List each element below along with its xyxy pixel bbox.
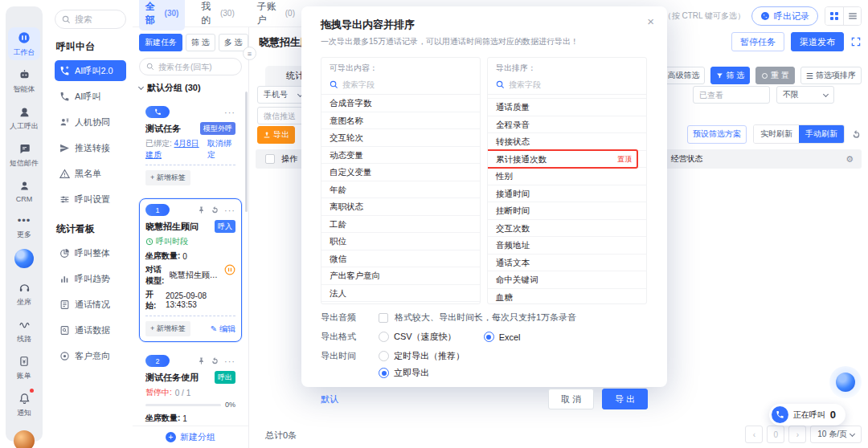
field-item[interactable]: 产出客户意向 bbox=[321, 267, 480, 285]
reset-button[interactable]: 重 置 bbox=[755, 67, 795, 84]
page-size-select[interactable]: 10 条/页 bbox=[810, 426, 862, 443]
column-business-status[interactable]: 经营状态 bbox=[671, 153, 703, 165]
sidebar-item-blacklist[interactable]: 黑名单 bbox=[55, 163, 126, 184]
collapse-panel-handle[interactable]: ≡ bbox=[243, 47, 256, 60]
rail-item-crm[interactable]: CRM bbox=[8, 177, 40, 203]
wechat-push-input-field[interactable] bbox=[264, 112, 302, 120]
sidebar-item-call-status[interactable]: 通话情况 bbox=[55, 294, 126, 315]
scrollbar[interactable] bbox=[245, 92, 248, 212]
default-link[interactable]: 默认 bbox=[321, 393, 338, 405]
rail-item-more[interactable]: ••• 更多 bbox=[8, 212, 40, 240]
field-item[interactable]: 交互轮次 bbox=[321, 129, 480, 147]
immediate-export-option[interactable]: 立即导出 bbox=[379, 367, 429, 379]
right-field-search[interactable] bbox=[488, 77, 646, 95]
sidebar-item-human-machine[interactable]: 人机协同 bbox=[55, 112, 126, 132]
prev-page-button[interactable]: ‹ bbox=[745, 426, 763, 443]
tab-mine[interactable]: 我的 (30) bbox=[194, 0, 240, 31]
more-dots-icon[interactable]: ··· bbox=[224, 359, 235, 364]
field-item[interactable]: 自定义变量 bbox=[321, 164, 480, 181]
more-dots-icon[interactable]: ··· bbox=[224, 208, 235, 213]
export-button[interactable]: 导出 bbox=[257, 126, 295, 144]
field-item[interactable]: 接通时间 bbox=[488, 185, 646, 203]
field-item[interactable]: 性别 bbox=[488, 168, 646, 185]
call-record-button[interactable]: 呼出记录 bbox=[751, 6, 818, 26]
publish-button[interactable]: 渠道发布 bbox=[791, 32, 844, 51]
column-settings-gear-icon[interactable]: ⚙ bbox=[845, 154, 854, 165]
task-search-input[interactable] bbox=[158, 63, 232, 71]
left-field-search-input[interactable] bbox=[342, 80, 455, 89]
pinned-field-row[interactable]: 累计接通次数 置顶 bbox=[488, 151, 646, 169]
sidebar-item-call-data[interactable]: 通话数据 bbox=[55, 320, 126, 340]
rail-item-notification[interactable]: 通知 bbox=[8, 390, 40, 418]
scheduled-export-option[interactable]: 定时导出（推荐） bbox=[379, 350, 465, 362]
sidebar-item-call-trend[interactable]: 呼叫趋势 bbox=[55, 268, 126, 289]
format-csv-option[interactable]: CSV（速度快） bbox=[379, 331, 457, 343]
task-card[interactable]: ··· 测试任务 模型外呼 已绑定: 4月8日建质 取消绑定 + 新增标签 bbox=[139, 100, 242, 191]
pause-circle-icon[interactable] bbox=[224, 264, 235, 275]
new-group-button[interactable]: + 新建分组 bbox=[133, 426, 249, 448]
edit-task-link[interactable]: ✎ 编辑 bbox=[211, 324, 235, 335]
right-field-search-input[interactable] bbox=[509, 80, 621, 89]
close-icon[interactable]: × bbox=[647, 14, 654, 28]
filter-sort-button[interactable]: ☰ 筛选项排序 bbox=[800, 67, 862, 84]
pause-task-button[interactable]: 暂停任务 bbox=[731, 32, 784, 51]
format-excel-option[interactable]: Excel bbox=[484, 332, 521, 342]
rail-item-agent[interactable]: 智能体 bbox=[8, 67, 40, 95]
more-dots-icon[interactable]: ··· bbox=[224, 110, 235, 115]
task-group-row[interactable]: 默认分组 (30) bbox=[139, 82, 242, 94]
tab-subaccount[interactable]: 子账户 (0) bbox=[251, 0, 301, 31]
rail-item-line[interactable]: 线路 bbox=[8, 316, 40, 344]
field-item[interactable]: 命中关键词 bbox=[488, 271, 646, 289]
field-item[interactable]: 意图名称 bbox=[321, 112, 480, 130]
field-item[interactable]: 工龄 bbox=[321, 216, 480, 234]
card-view-button[interactable] bbox=[825, 7, 843, 25]
sidebar-search-input[interactable] bbox=[75, 14, 118, 24]
sidebar-item-call-overview[interactable]: 呼叫整体 bbox=[55, 242, 126, 263]
limit-select[interactable]: 不限 bbox=[776, 86, 834, 104]
unbind-link[interactable]: 取消绑定 bbox=[207, 138, 235, 161]
manual-refresh-button[interactable]: 手动刷新 bbox=[799, 125, 844, 143]
export-audio-checkbox[interactable] bbox=[379, 313, 388, 323]
field-item[interactable]: 微信 bbox=[321, 250, 480, 268]
tab-all[interactable]: 全部 (30) bbox=[139, 0, 185, 31]
add-tag-button[interactable]: + 新增标签 bbox=[145, 170, 190, 185]
field-item[interactable]: 年龄 bbox=[321, 181, 480, 199]
sidebar-item-ai-call[interactable]: AI呼叫 bbox=[55, 86, 126, 107]
calling-status-pill[interactable]: 正在呼叫 0 bbox=[769, 404, 845, 426]
task-search[interactable] bbox=[139, 58, 242, 75]
field-item[interactable]: 血糖 bbox=[488, 289, 646, 305]
refresh-icon[interactable] bbox=[851, 129, 862, 140]
user-avatar[interactable] bbox=[14, 430, 35, 448]
pin-to-top-label[interactable]: 置顶 bbox=[617, 151, 632, 169]
field-item[interactable]: 挂断时间 bbox=[488, 202, 646, 220]
task-card-selected[interactable]: 1 ··· 晓慧招生顾问 呼入 呼叫时段 坐席数量:0 对话模型: 晓慧招生顾问… bbox=[139, 198, 242, 342]
left-field-search[interactable] bbox=[321, 77, 480, 95]
viewed-input[interactable] bbox=[693, 86, 770, 104]
field-item[interactable]: 法人 bbox=[321, 285, 480, 303]
viewed-input-field[interactable] bbox=[699, 91, 764, 100]
rail-item-bill[interactable]: 账单 bbox=[8, 353, 40, 381]
list-view-button[interactable] bbox=[843, 7, 861, 25]
select-all-checkbox[interactable] bbox=[265, 154, 275, 164]
rail-item-sms-mail[interactable]: 短信邮件 bbox=[8, 141, 40, 169]
field-item[interactable]: 全程录音 bbox=[488, 116, 646, 134]
realtime-refresh-button[interactable]: 实时刷新 bbox=[754, 125, 799, 143]
preset-filter-button[interactable]: 预设筛选方案 bbox=[687, 125, 747, 144]
sidebar-item-push-transfer[interactable]: 推送转接 bbox=[55, 137, 126, 158]
add-tag-button[interactable]: + 新增标签 bbox=[145, 321, 190, 336]
field-item[interactable]: 交互次数 bbox=[488, 220, 646, 238]
refresh-icon[interactable] bbox=[211, 206, 219, 214]
field-item[interactable]: 音频地址 bbox=[488, 237, 646, 255]
field-item[interactable]: 动态变量 bbox=[321, 147, 480, 165]
sidebar-search[interactable] bbox=[55, 10, 126, 29]
sidebar-item-call-settings[interactable]: 呼叫设置 bbox=[55, 189, 126, 210]
cancel-button[interactable]: 取 消 bbox=[548, 389, 594, 409]
filter-button[interactable]: 筛 选 bbox=[186, 34, 215, 51]
field-item[interactable]: 通话文本 bbox=[488, 255, 646, 272]
field-item[interactable]: 离职状态 bbox=[321, 198, 480, 216]
fullscreen-icon[interactable] bbox=[850, 36, 862, 47]
field-item[interactable]: 转接状态 bbox=[488, 133, 646, 151]
new-task-button[interactable]: 新建任务 bbox=[139, 34, 182, 51]
sidebar-item-ai-call-2[interactable]: AI呼叫2.0 bbox=[55, 60, 126, 81]
assistant-bot-button[interactable] bbox=[829, 366, 862, 398]
